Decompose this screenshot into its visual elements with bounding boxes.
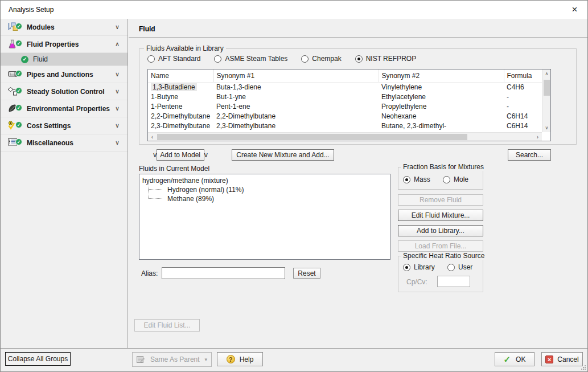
same-as-parent-dropdown[interactable]: Same As Parent ▾ [132,352,212,367]
chevron-down-icon: ∨ [115,139,120,146]
title-bar: Analysis Setup × [1,1,587,19]
cp-cv-label: Cp/Cv: [406,278,427,286]
sidebar-item-modules[interactable]: ✓ Modules ∨ [1,19,128,36]
sidebar-item-cost-settings[interactable]: ✓ Cost Settings ∨ [1,117,128,134]
radio-circle-icon [214,55,221,63]
radio-circle-icon [403,264,410,271]
flask-icon: ✓ [7,39,20,49]
column-header-name[interactable]: Name [148,70,213,82]
table-row[interactable]: 2,3-Dimethylbutane 2,3-Dimethylbutane Bu… [148,121,542,130]
column-header-formula[interactable]: Formula [504,70,542,82]
resize-grip[interactable] [581,365,586,370]
current-model-label: Fluids in Current Model [139,165,209,173]
scroll-right-icon[interactable]: › [533,133,542,141]
sidebar-item-environmental-properties[interactable]: ✓ Environmental Properties ∨ [1,100,128,117]
help-icon: ? [227,355,235,363]
table-row[interactable]: 1-Pentene Pent-1-ene Propylethylene - [148,101,542,111]
remove-fluid-button[interactable]: Remove Fluid [398,194,483,206]
sidebar-item-fluid-properties[interactable]: ✓ Fluid Properties ∧ [1,36,128,53]
close-icon[interactable]: × [562,1,587,18]
collapse-all-groups-button[interactable]: Collapse All Groups [5,352,71,366]
table-row[interactable]: 2,2-Dimethylbutane 2,2-Dimethylbutane Ne… [148,111,542,121]
check-badge-icon: ✓ [15,23,22,30]
column-header-synonym2[interactable]: Synonym #2 [379,70,504,82]
load-from-file-button[interactable]: Load From File... [398,240,483,252]
footer-bar: Collapse All Groups Same As Parent ▾ ? H… [1,348,587,371]
fluid-library-table: Name Synonym #1 Synonym #2 Formula 1,3-B… [147,69,551,141]
tree-item-methane[interactable]: Methane (89%) [142,194,390,203]
search-button[interactable]: Search... [508,149,551,161]
add-to-model-button[interactable]: v Add to Model v [157,149,204,161]
check-badge-icon: ✓ [15,138,22,145]
radio-nist-refprop[interactable]: NIST REFPROP [355,55,416,63]
chevron-down-icon: ∨ [115,105,120,112]
check-badge-icon: ✓ [15,121,22,128]
tree-item-mixture[interactable]: hydrogen/methane (mixture) [142,176,390,185]
chevron-down-icon: ∨ [115,23,120,31]
sidebar-item-miscellaneous[interactable]: ✓ Miscellaneous ∨ [1,134,128,152]
create-new-mixture-button[interactable]: Create New Mixture and Add... [232,149,334,161]
groupbox-legend: Fluids Available in Library [144,44,226,52]
help-label: Help [240,355,254,363]
cp-cv-input[interactable] [437,276,470,287]
table-row[interactable]: 1-Butyne But-1-yne Ethylacetylene - [148,92,542,101]
radio-mass[interactable]: Mass [403,175,430,183]
edit-fluid-mixture-button[interactable]: Edit Fluid Mixture... [398,210,483,221]
tree-item-hydrogen[interactable]: Hydrogen (normal) (11%) [142,185,390,194]
check-badge-icon: ✓ [15,104,22,111]
add-to-library-button[interactable]: Add to Library... [398,225,483,236]
ok-button[interactable]: ✓ OK [495,352,534,366]
ok-label: OK [516,355,525,363]
chevron-down-icon: ∨ [115,88,120,95]
radio-mole[interactable]: Mole [443,175,468,183]
horizontal-scrollbar[interactable]: ‹ › [148,132,542,141]
alias-input[interactable] [162,267,285,279]
flowchart-icon: ✓ [7,87,20,96]
sidebar-item-label: Miscellaneous [27,139,73,147]
column-header-synonym1[interactable]: Synonym #1 [213,70,379,82]
analysis-setup-dialog: Analysis Setup × ✓ Modules ∨ [0,0,588,372]
alias-label: Alias: [141,269,158,277]
radio-circle-icon [443,176,450,183]
radio-user[interactable]: User [447,263,472,271]
scroll-down-icon[interactable]: ∨ [542,124,551,132]
chevron-down-icon: ∨ [115,122,120,129]
horizontal-scrollbar-thumb[interactable] [157,134,467,140]
modules-icon: ✓ [7,22,20,32]
cost-coin-check-icon: ✓ [7,121,20,130]
sidebar-item-label: Modules [27,23,55,31]
reset-button[interactable]: Reset [293,268,320,279]
sidebar-item-label: Environmental Properties [27,105,110,113]
sidebar-item-label: Cost Settings [27,122,71,130]
sidebar-subitem-label: Fluid [33,55,48,63]
groupbox-legend: Fraction Basis for Mixtures [401,163,486,171]
fraction-basis-groupbox: Fraction Basis for Mixtures Mass Mole [398,167,483,190]
edit-fluid-list-button[interactable]: Edit Fluid List... [134,319,200,332]
chevron-up-icon: ∧ [115,40,120,48]
radio-asme-steam-tables[interactable]: ASME Steam Tables [214,55,287,63]
groupbox-legend: Specific Heat Ratio Source [401,252,487,260]
radio-circle-icon [447,264,455,271]
sidebar-item-label: Pipes and Junctions [27,71,93,79]
sidebar-item-steady-solution-control[interactable]: ✓ Steady Solution Control ∨ [1,83,128,100]
vertical-scrollbar[interactable]: ∧ ∨ [542,70,550,132]
panel-header: Fluid [129,21,588,38]
radio-circle-icon [301,55,309,63]
specific-heat-groupbox: Specific Heat Ratio Source Library User … [398,256,483,292]
sidebar-item-label: Fluid Properties [27,40,79,48]
list-icon: ✓ [7,138,20,148]
sidebar-item-pipes-and-junctions[interactable]: ✓ Pipes and Junctions ∨ [1,66,128,83]
radio-aft-standard[interactable]: AFT Standard [147,55,200,63]
sidebar-item-fluid[interactable]: ✓ Fluid [1,53,128,66]
vertical-scrollbar-thumb[interactable] [544,80,550,96]
scroll-left-icon[interactable]: ‹ [148,133,157,141]
scroll-up-icon[interactable]: ∧ [542,70,551,78]
radio-chempak[interactable]: Chempak [301,55,341,63]
cancel-button[interactable]: × Cancel [541,352,583,366]
help-button[interactable]: ? Help [217,352,263,366]
sidebar: ✓ Modules ∨ ✓ Fluid Properties ∧ ✓ Fluid [1,19,128,348]
table-row[interactable]: 1,3-Butadiene Buta-1,3-diene Vinylethyle… [148,82,542,92]
table-header-row: Name Synonym #1 Synonym #2 Formula [148,70,542,82]
radio-library[interactable]: Library [403,263,435,271]
radio-circle-icon [355,55,363,63]
